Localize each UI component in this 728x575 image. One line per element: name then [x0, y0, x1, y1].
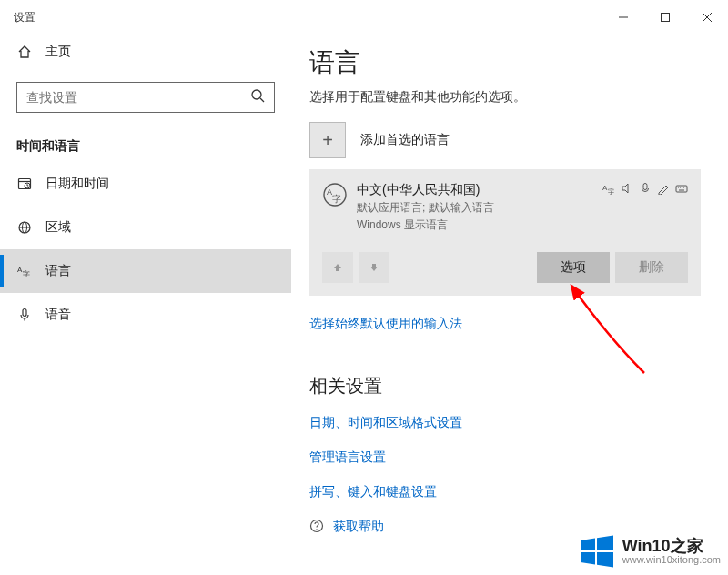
sidebar: 主页 时间和语言 日期和时间 区域 A字 语言 [0, 35, 291, 575]
close-button[interactable] [686, 3, 728, 32]
watermark-brand: Win10之家 [622, 538, 721, 555]
add-language-row[interactable]: + 添加首选的语言 [309, 122, 701, 158]
sidebar-home-label: 主页 [46, 44, 71, 60]
title-bar: 设置 [0, 0, 728, 35]
language-card-header: A字 中文(中华人民共和国) 默认应用语言; 默认输入语言 Windows 显示… [322, 182, 688, 234]
sidebar-item-label: 区域 [46, 219, 71, 236]
svg-rect-16 [23, 309, 26, 317]
page-subtitle: 选择用于配置键盘和其他功能的选项。 [309, 89, 701, 106]
search-icon [250, 88, 265, 106]
home-icon [16, 45, 33, 59]
arrow-down-icon [369, 262, 379, 273]
help-icon [309, 519, 324, 536]
svg-text:字: 字 [23, 270, 30, 278]
move-up-button[interactable] [322, 252, 353, 283]
search-box[interactable] [16, 82, 275, 113]
maximize-icon [661, 13, 670, 22]
arrow-up-icon [332, 262, 343, 273]
sidebar-item-label: 语音 [46, 307, 71, 323]
sidebar-section-label: 时间和语言 [0, 126, 291, 162]
language-name: 中文(中华人民共和国) [357, 182, 494, 198]
related-link-datetime[interactable]: 日期、时间和区域格式设置 [309, 415, 701, 431]
default-ime-link[interactable]: 选择始终默认使用的输入法 [309, 316, 701, 332]
language-card[interactable]: A字 中文(中华人民共和国) 默认应用语言; 默认输入语言 Windows 显示… [309, 169, 701, 296]
watermark: Win10之家 www.win10xitong.com [579, 533, 721, 570]
clock-icon [16, 177, 33, 191]
language-card-text: 中文(中华人民共和国) 默认应用语言; 默认输入语言 Windows 显示语言 [357, 182, 494, 234]
related-link-manage-lang[interactable]: 管理语言设置 [309, 449, 701, 466]
svg-rect-24 [676, 186, 687, 192]
delete-button[interactable]: 删除 [615, 252, 688, 283]
sidebar-item-label: 语言 [46, 263, 71, 279]
svg-rect-23 [643, 184, 647, 190]
sidebar-item-region[interactable]: 区域 [0, 206, 291, 249]
options-button[interactable]: 选项 [537, 252, 610, 283]
svg-text:字: 字 [608, 188, 614, 195]
language-detail2: Windows 显示语言 [357, 217, 494, 233]
sidebar-item-datetime[interactable]: 日期和时间 [0, 162, 291, 206]
svg-rect-1 [662, 14, 670, 22]
sidebar-nav: 日期和时间 区域 A字 语言 语音 [0, 162, 291, 337]
svg-point-4 [252, 90, 261, 99]
svg-point-31 [316, 529, 318, 530]
move-down-button[interactable] [359, 252, 389, 283]
sidebar-item-label: 日期和时间 [46, 176, 109, 192]
language-actions: 选项 删除 [322, 252, 688, 283]
minimize-icon [619, 13, 628, 22]
add-language-label: 添加首选的语言 [360, 132, 450, 148]
window-controls [602, 3, 728, 32]
page-title: 语言 [309, 45, 701, 80]
handwriting-icon [657, 182, 670, 234]
sidebar-home[interactable]: 主页 [0, 35, 291, 69]
svg-line-5 [260, 98, 264, 102]
minimize-button[interactable] [602, 3, 644, 32]
add-language-button[interactable]: + [309, 122, 346, 158]
watermark-url: www.win10xitong.com [622, 555, 721, 566]
microphone-icon [16, 308, 33, 322]
related-settings: 相关设置 日期、时间和区域格式设置 管理语言设置 拼写、键入和键盘设置 [309, 374, 701, 500]
language-icon: A字 [16, 264, 33, 278]
text-to-speech-icon [621, 182, 633, 234]
globe-icon [16, 220, 33, 235]
display-lang-icon: A字 [602, 182, 615, 234]
get-help-label: 获取帮助 [333, 519, 384, 535]
language-feature-icons: A字 [602, 182, 688, 234]
search-input[interactable] [26, 90, 250, 105]
svg-text:字: 字 [332, 194, 341, 204]
maximize-button[interactable] [644, 3, 686, 32]
related-link-typing[interactable]: 拼写、键入和键盘设置 [309, 484, 701, 500]
sidebar-item-language[interactable]: A字 语言 [0, 249, 291, 293]
language-detail1: 默认应用语言; 默认输入语言 [357, 200, 494, 216]
close-icon [703, 13, 712, 22]
speech-recognition-icon [639, 182, 652, 234]
windows-logo-icon [579, 533, 615, 570]
window-title: 设置 [14, 10, 35, 25]
keyboard-icon [675, 182, 688, 234]
main-pane: 语言 选择用于配置键盘和其他功能的选项。 + 添加首选的语言 A字 中文(中华人… [309, 45, 701, 575]
related-header: 相关设置 [309, 374, 701, 398]
plus-icon: + [322, 130, 333, 151]
language-az-icon: A字 [322, 182, 344, 234]
sidebar-item-speech[interactable]: 语音 [0, 293, 291, 337]
